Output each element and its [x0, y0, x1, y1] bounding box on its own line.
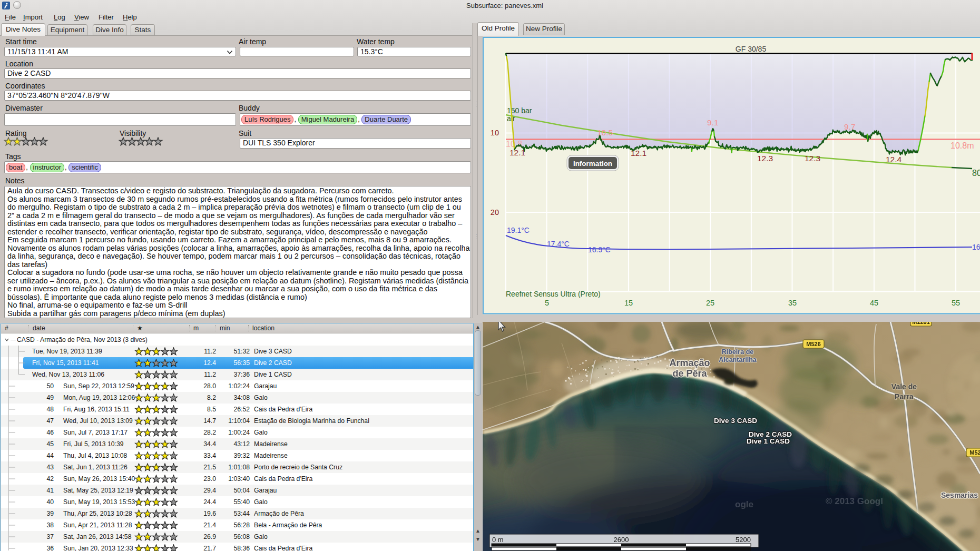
svg-text:Sesmarias: Sesmarias	[941, 491, 978, 499]
svg-text:ogle: ogle	[735, 499, 753, 509]
svg-text:Dive 3 CASD: Dive 3 CASD	[714, 417, 757, 425]
svg-text:Ribeira de: Ribeira de	[722, 348, 753, 356]
svg-text:20: 20	[491, 208, 499, 217]
svg-text:9.7: 9.7	[844, 122, 856, 131]
svg-text:Armação: Armação	[669, 358, 710, 368]
svg-text:12.3: 12.3	[757, 154, 773, 163]
svg-text:M1281: M1281	[912, 322, 930, 325]
svg-text:12.1: 12.1	[509, 148, 525, 157]
svg-text:5200: 5200	[736, 536, 751, 544]
svg-text:45: 45	[870, 299, 878, 307]
svg-text:Parra: Parra	[895, 392, 914, 401]
svg-text:2600: 2600	[614, 536, 629, 544]
svg-text:air: air	[507, 114, 515, 123]
svg-text:9.1: 9.1	[707, 118, 719, 127]
svg-text:16.9°C: 16.9°C	[588, 245, 611, 254]
svg-text:© 2013 Googl: © 2013 Googl	[826, 496, 883, 506]
svg-text:5: 5	[545, 299, 549, 307]
svg-text:55: 55	[952, 299, 960, 307]
svg-text:17.4°C: 17.4°C	[547, 240, 570, 248]
svg-text:12.1: 12.1	[631, 149, 646, 158]
svg-text:35: 35	[788, 299, 797, 307]
svg-text:10.5: 10.5	[597, 128, 613, 137]
svg-text:80: 80	[972, 169, 980, 178]
svg-text:15: 15	[624, 299, 633, 307]
svg-text:16: 16	[972, 243, 980, 251]
svg-text:Dive 1 CASD: Dive 1 CASD	[747, 437, 790, 445]
svg-text:M526: M526	[969, 449, 980, 456]
svg-text:de Pêra: de Pêra	[672, 368, 707, 379]
svg-text:19.1°C: 19.1°C	[507, 226, 530, 234]
svg-text:12.3: 12.3	[805, 154, 820, 163]
svg-text:10: 10	[491, 129, 499, 137]
svg-text:M526: M526	[806, 341, 821, 347]
svg-text:Information: Information	[573, 160, 612, 168]
svg-text:GF 30/85: GF 30/85	[736, 45, 767, 53]
svg-text:25: 25	[706, 299, 714, 307]
svg-text:Alcantarilha: Alcantarilha	[719, 356, 757, 363]
svg-text:0 m: 0 m	[492, 536, 504, 544]
svg-text:Reefnet Sensus Ultra (Preto): Reefnet Sensus Ultra (Preto)	[506, 290, 601, 298]
svg-text:12.4: 12.4	[886, 155, 902, 164]
svg-text:Vale de: Vale de	[891, 382, 917, 391]
svg-text:10.8m: 10.8m	[950, 141, 974, 150]
